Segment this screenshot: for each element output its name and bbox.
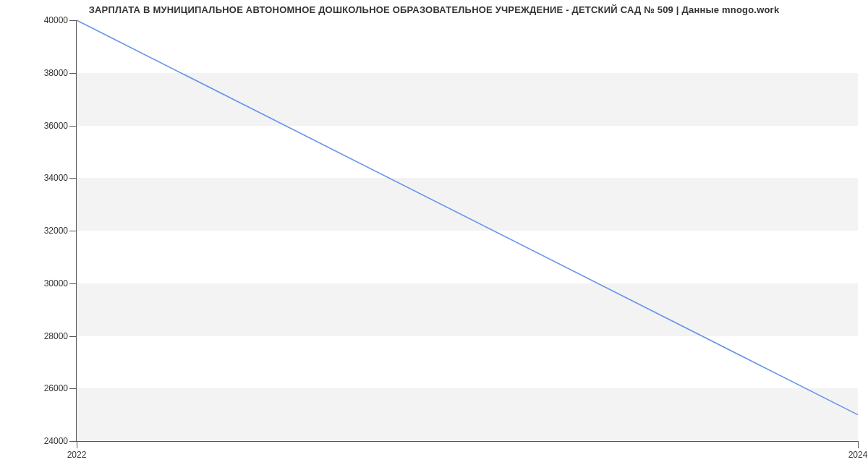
y-tick xyxy=(69,20,77,21)
chart-container: ЗАРПЛАТА В МУНИЦИПАЛЬНОЕ АВТОНОМНОЕ ДОШК… xyxy=(0,0,868,470)
x-tick xyxy=(77,441,77,448)
x-tick xyxy=(858,441,859,448)
y-tick xyxy=(69,388,77,389)
series-line xyxy=(77,20,858,415)
y-tick-label: 24000 xyxy=(44,436,68,446)
y-tick xyxy=(69,231,77,231)
plot-area: 2400026000280003000032000340003600038000… xyxy=(76,20,858,442)
y-tick xyxy=(69,73,77,74)
y-tick-label: 34000 xyxy=(44,173,68,183)
y-tick xyxy=(69,336,77,337)
y-tick-label: 26000 xyxy=(44,383,68,393)
y-tick-label: 36000 xyxy=(44,121,68,131)
y-tick-label: 40000 xyxy=(44,15,68,25)
y-tick xyxy=(69,283,77,284)
x-tick-label: 2024 xyxy=(848,450,868,460)
x-tick-label: 2022 xyxy=(67,450,87,460)
y-tick xyxy=(69,441,77,442)
y-tick xyxy=(69,178,77,179)
y-tick-label: 28000 xyxy=(44,331,68,341)
y-tick-label: 32000 xyxy=(44,226,68,236)
chart-title: ЗАРПЛАТА В МУНИЦИПАЛЬНОЕ АВТОНОМНОЕ ДОШК… xyxy=(0,4,868,15)
y-tick xyxy=(69,126,77,127)
y-tick-label: 38000 xyxy=(44,68,68,78)
y-tick-label: 30000 xyxy=(44,278,68,289)
line-layer xyxy=(77,20,858,441)
